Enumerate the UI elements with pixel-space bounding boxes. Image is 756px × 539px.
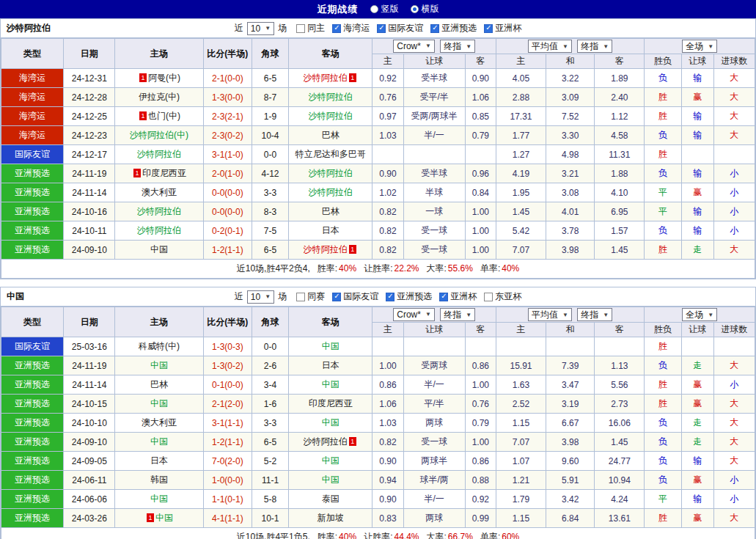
handicap-result-cell: 输	[681, 164, 713, 183]
result-cell: 负	[645, 221, 681, 241]
chevron-down-icon: ▼	[265, 293, 271, 300]
bookmaker-final-select[interactable]: 终指▼	[440, 40, 475, 53]
home-team-cell: 沙特阿拉伯	[115, 202, 203, 221]
match-row: 海湾运24-12-28伊拉克(中)1-3(0-0)8-7沙特阿拉伯0.76受平/…	[1, 88, 755, 107]
type-cell: 亚洲预选	[1, 490, 64, 509]
match-count-select[interactable]: 10 ▼	[247, 290, 274, 304]
layout-radio-vertical[interactable]: 竖版	[370, 3, 399, 15]
match-row: 亚洲预选24-06-06中国1-1(0-1)5-8泰国0.90半/一0.921.…	[1, 490, 755, 509]
subcol-avg-home: 主	[496, 323, 546, 337]
subcol-avg-draw: 和	[546, 323, 595, 337]
match-row: 海湾运24-12-251也门(中)2-3(2-1)1-9沙特阿拉伯0.97受两/…	[1, 107, 755, 126]
subcol-result: 胜负	[645, 54, 681, 69]
avg-away-cell: 1.45	[595, 241, 645, 260]
home-team-cell: 韩国	[115, 471, 203, 490]
team-name-text: 韩国	[150, 474, 168, 485]
average-group-header: 平均值▼ 终指▼	[496, 307, 645, 323]
subcol-odds-away: 客	[465, 323, 496, 337]
team-name-text: 沙特阿拉伯	[309, 187, 353, 197]
average-final-select[interactable]: 终指▼	[577, 40, 612, 53]
radio-selected-icon	[411, 5, 419, 13]
layout-radio-horizontal[interactable]: 横版	[411, 3, 439, 15]
date-cell: 24-11-19	[64, 164, 115, 183]
team-name-text: 也门(中)	[148, 111, 180, 121]
result-cell: 平	[645, 490, 681, 509]
bookmaker-select[interactable]: Crow*▼	[393, 40, 435, 53]
scope-select[interactable]: 全场▼	[682, 308, 717, 321]
away-team-cell: 巴林	[289, 126, 373, 145]
page-title: 近期战绩	[318, 3, 359, 16]
stat-label: 大率:	[427, 263, 447, 274]
filter-checkbox[interactable]: 东亚杯	[484, 290, 521, 303]
handicap-line-cell: 平/半	[403, 395, 465, 414]
filter-bar: 中国 近 10 ▼ 场 同赛国际友谊亚洲预选亚洲杯东亚杯	[1, 287, 755, 307]
avg-away-cell: 11.31	[595, 145, 645, 164]
match-row: 亚洲预选24-09-05日本7-0(2-0)5-2中国0.90两球半0.861.…	[1, 452, 755, 471]
team-name-text: 沙特阿拉伯	[137, 225, 181, 235]
bookmaker-select[interactable]: Crow*▼	[393, 308, 435, 321]
corners-cell: 4-12	[252, 164, 288, 183]
corners-cell: 3-4	[252, 375, 288, 395]
goals-result-cell: 大	[713, 414, 755, 433]
avg-away-cell: 1.13	[595, 356, 645, 375]
match-row: 亚洲预选24-10-10澳大利亚3-1(1-1)3-3中国1.03两球0.791…	[1, 414, 755, 433]
handicap-line-cell: 受半球	[403, 69, 465, 88]
odds-home-cell: 0.82	[373, 241, 403, 260]
handicap-line-cell: 两球	[403, 414, 465, 433]
chevron-down-icon: ▼	[603, 312, 609, 318]
score-cell: 2-3(2-1)	[203, 107, 252, 126]
avg-home-cell: 1.45	[496, 202, 546, 221]
avg-home-cell: 5.42	[496, 221, 546, 241]
subcol-handicap-result: 让球	[681, 323, 713, 337]
odds-home-cell: 1.02	[373, 183, 403, 202]
result-cell: 负	[645, 126, 681, 145]
competition-filter-group: 同主海湾运国际友谊亚洲预选亚洲杯	[289, 22, 521, 34]
filter-checkbox[interactable]: 海湾运	[332, 22, 370, 34]
result-cell: 胜	[645, 509, 681, 528]
handicap-result-cell: 走	[681, 414, 713, 433]
checkbox-label: 亚洲预选	[397, 290, 432, 303]
filter-checkbox[interactable]: 亚洲预选	[430, 22, 477, 34]
filter-checkbox[interactable]: 同主	[296, 22, 325, 34]
odds-home-cell: 0.90	[373, 452, 403, 471]
col-header-away: 客场	[289, 307, 373, 337]
filter-checkbox[interactable]: 亚洲杯	[439, 290, 477, 303]
goals-result-cell: 小	[713, 164, 755, 183]
score-cell: 1-3(0-3)	[203, 337, 252, 356]
average-select[interactable]: 平均值▼	[528, 308, 572, 321]
handicap-result-cell: 输	[681, 126, 713, 145]
average-final-select[interactable]: 终指▼	[577, 308, 612, 321]
result-cell: 胜	[645, 145, 681, 164]
home-team-cell: 科威特(中)	[115, 337, 203, 356]
odds-home-cell: 0.82	[373, 202, 403, 221]
checkbox-icon	[439, 293, 448, 301]
odds-away-cell	[465, 337, 496, 356]
bookmaker-final-select[interactable]: 终指▼	[440, 308, 475, 321]
stat-label: 胜率:	[318, 263, 337, 274]
score-cell: 1-2(1-1)	[203, 433, 252, 452]
avg-draw-cell: 3.21	[546, 164, 595, 183]
filter-checkbox[interactable]: 国际友谊	[332, 290, 378, 303]
avg-away-cell: 24.77	[595, 452, 645, 471]
filter-checkbox[interactable]: 同赛	[296, 290, 325, 303]
away-team-cell: 沙特阿拉伯1	[289, 433, 373, 452]
match-count-select[interactable]: 10 ▼	[247, 22, 274, 35]
score-cell: 1-3(0-2)	[203, 356, 252, 375]
filter-checkbox[interactable]: 国际友谊	[377, 22, 423, 34]
avg-home-cell: 4.19	[496, 164, 546, 183]
filter-checkbox[interactable]: 亚洲杯	[484, 22, 521, 34]
odds-home-cell: 0.90	[373, 490, 403, 509]
away-team-cell: 沙特阿拉伯	[289, 88, 373, 107]
type-cell: 亚洲预选	[1, 202, 64, 221]
result-cell: 胜	[645, 337, 681, 356]
date-cell: 24-10-10	[64, 414, 115, 433]
average-select[interactable]: 平均值▼	[528, 40, 572, 53]
filter-checkbox[interactable]: 亚洲预选	[386, 290, 432, 303]
handicap-line-cell: 受两/两球半	[403, 107, 465, 126]
avg-draw-cell: 3.98	[546, 433, 595, 452]
scope-select[interactable]: 全场▼	[682, 40, 717, 53]
score-cell: 1-3(0-0)	[203, 88, 252, 107]
date-cell: 24-09-10	[64, 433, 115, 452]
avg-away-cell: 1.12	[595, 107, 645, 126]
odds-away-cell: 0.86	[465, 356, 496, 375]
